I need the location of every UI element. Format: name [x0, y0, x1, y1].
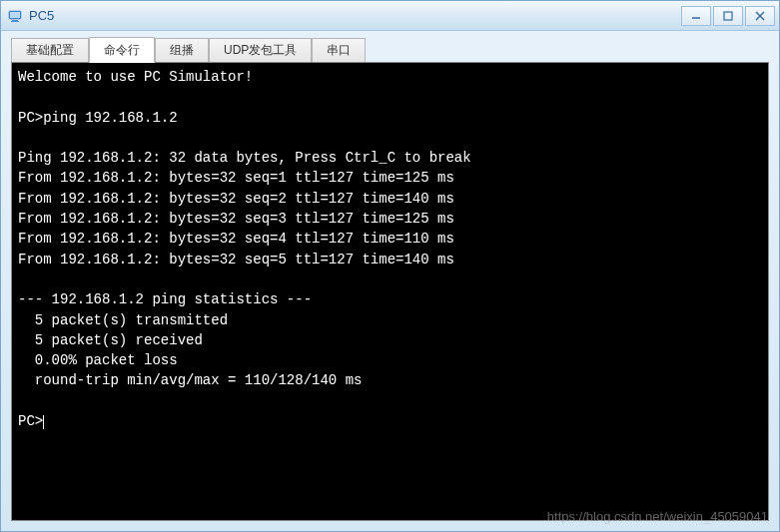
maximize-button[interactable] [713, 6, 743, 26]
terminal-line [18, 87, 762, 107]
terminal-line: 5 packet(s) received [18, 330, 762, 350]
tab-multicast[interactable]: 组播 [155, 38, 209, 63]
titlebar: PC5 [1, 1, 779, 31]
terminal-line [18, 391, 762, 411]
svg-rect-3 [11, 21, 19, 22]
terminal-line: From 192.168.1.2: bytes=32 seq=1 ttl=127… [18, 168, 762, 188]
window-controls [679, 6, 775, 26]
terminal-line: PC>ping 192.168.1.2 [18, 108, 762, 128]
app-window: PC5 基础配置 命令行 组播 UDP发包工具 串口 Welcome to us… [0, 0, 780, 532]
window-title: PC5 [29, 8, 679, 23]
svg-rect-1 [10, 12, 20, 18]
terminal-line: 5 packet(s) transmitted [18, 310, 762, 330]
minimize-button[interactable] [681, 6, 711, 26]
terminal-line: Welcome to use PC Simulator! [18, 67, 762, 87]
terminal-line [18, 128, 762, 148]
svg-rect-5 [724, 12, 732, 20]
terminal-line [18, 269, 762, 289]
terminal-cursor [43, 415, 44, 429]
terminal[interactable]: Welcome to use PC Simulator! PC>ping 192… [11, 62, 769, 521]
terminal-line: PC> [18, 411, 762, 431]
terminal-line: Ping 192.168.1.2: 32 data bytes, Press C… [18, 148, 762, 168]
terminal-line: From 192.168.1.2: bytes=32 seq=3 ttl=127… [18, 209, 762, 229]
app-icon [7, 8, 23, 24]
tab-udp-tool[interactable]: UDP发包工具 [209, 38, 312, 63]
svg-rect-2 [12, 20, 18, 21]
terminal-line: From 192.168.1.2: bytes=32 seq=2 ttl=127… [18, 189, 762, 209]
terminal-line: --- 192.168.1.2 ping statistics --- [18, 289, 762, 309]
tab-basic-config[interactable]: 基础配置 [11, 38, 89, 63]
tab-bar: 基础配置 命令行 组播 UDP发包工具 串口 [11, 37, 769, 63]
tab-command-line[interactable]: 命令行 [89, 37, 155, 63]
terminal-line: From 192.168.1.2: bytes=32 seq=4 ttl=127… [18, 229, 762, 249]
terminal-line: round-trip min/avg/max = 110/128/140 ms [18, 370, 762, 390]
close-button[interactable] [745, 6, 775, 26]
content-area: 基础配置 命令行 组播 UDP发包工具 串口 Welcome to use PC… [1, 31, 779, 531]
tab-serial[interactable]: 串口 [312, 38, 366, 63]
terminal-line: From 192.168.1.2: bytes=32 seq=5 ttl=127… [18, 250, 762, 269]
terminal-line: 0.00% packet loss [18, 350, 762, 370]
